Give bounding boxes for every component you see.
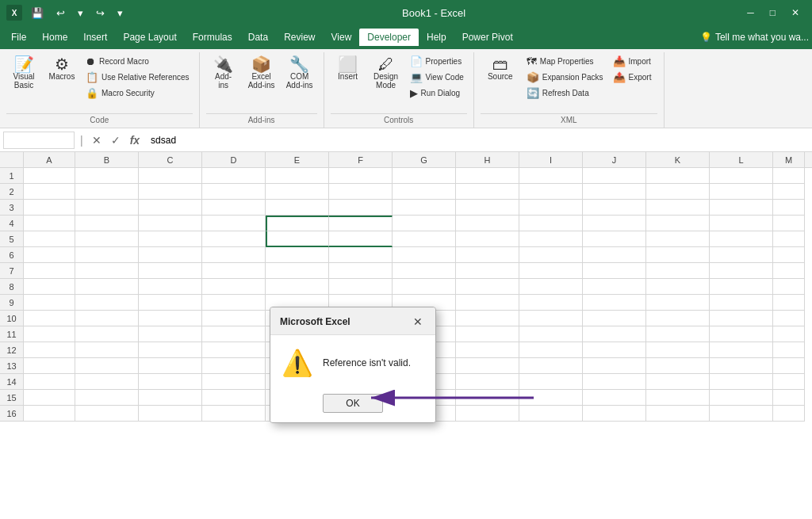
view-code-label: View Code — [426, 73, 464, 82]
source-icon: 🗃 — [492, 56, 508, 72]
dialog-body: ⚠️ Reference isn't valid. — [270, 335, 435, 387]
macros-icon: ⚙ — [55, 56, 69, 72]
map-properties-label: Map Properties — [540, 57, 594, 66]
run-dialog-icon: ▶ — [410, 87, 418, 99]
addins-group-label: Add-ins — [206, 113, 317, 128]
map-properties-button[interactable]: 🗺 Map Properties — [523, 54, 607, 69]
visual-basic-button[interactable]: 📝 VisualBasic — [6, 54, 41, 92]
close-button[interactable]: ✕ — [785, 7, 806, 18]
dialog-title: Microsoft Excel — [280, 316, 350, 327]
title-bar: X 💾 ↩ ▾ ↪ ▾ Book1 - Excel ─ □ ✕ — [0, 0, 812, 25]
dialog-footer: OK — [270, 387, 435, 422]
view-code-icon: 💻 — [410, 71, 423, 83]
dialog-box: Microsoft Excel ✕ ⚠️ Reference isn't val… — [270, 307, 436, 423]
menu-data[interactable]: Data — [240, 29, 276, 46]
maximize-button[interactable]: □ — [764, 7, 782, 18]
run-dialog-button[interactable]: ▶ Run Dialog — [407, 86, 467, 101]
expansion-packs-label: Expansion Packs — [542, 73, 603, 82]
dialog-titlebar: Microsoft Excel ✕ — [270, 307, 435, 335]
insert-controls-icon: ⬜ — [338, 56, 358, 72]
excel-icon: X — [6, 5, 22, 21]
properties-button[interactable]: 📄 Properties — [407, 54, 467, 69]
dialog-overlay: Microsoft Excel ✕ ⚠️ Reference isn't val… — [0, 152, 812, 519]
ribbon: 📝 VisualBasic ⚙ Macros ⏺ Record Macro 📋 … — [0, 49, 812, 128]
tell-me-text: Tell me what you wa... — [715, 32, 809, 43]
customize-qat[interactable]: ▾ — [113, 6, 127, 21]
minimize-button[interactable]: ─ — [741, 7, 760, 18]
source-label: Source — [488, 72, 513, 81]
formula-input[interactable] — [146, 133, 809, 147]
add-ins-label: Add-ins — [215, 72, 232, 90]
cancel-formula-button[interactable]: ✕ — [89, 134, 105, 147]
formula-bar: | ✕ ✓ fx — [0, 128, 812, 152]
relative-ref-icon: 📋 — [86, 71, 98, 83]
insert-controls-button[interactable]: ⬜ Insert — [331, 54, 366, 83]
expansion-packs-button[interactable]: 📦 Expansion Packs — [523, 70, 607, 85]
controls-group-label: Controls — [331, 113, 467, 128]
view-code-button[interactable]: 💻 View Code — [407, 70, 467, 85]
visual-basic-label: VisualBasic — [13, 72, 34, 90]
window-title: Book1 - Excel — [402, 7, 465, 19]
dialog-message: Reference isn't valid. — [323, 357, 411, 368]
insert-function-button[interactable]: fx — [127, 134, 143, 147]
export-button[interactable]: 📤 Export — [610, 70, 655, 85]
macros-button[interactable]: ⚙ Macros — [44, 54, 79, 83]
menu-review[interactable]: Review — [276, 29, 323, 46]
controls-group-content: ⬜ Insert 🖊 DesignMode 📄 Properties 💻 Vie… — [331, 54, 467, 110]
record-macro-icon: ⏺ — [86, 55, 96, 67]
name-box[interactable] — [3, 132, 75, 149]
ribbon-group-addins: 🔌 Add-ins 📦 ExcelAdd-ins 🔧 COMAdd-ins Ad… — [200, 52, 324, 128]
menu-home[interactable]: Home — [34, 29, 75, 46]
xml-small-buttons-left: 🗺 Map Properties 📦 Expansion Packs 🔄 Ref… — [523, 54, 607, 101]
dialog-ok-button[interactable]: OK — [323, 394, 382, 413]
menu-file[interactable]: File — [3, 29, 34, 46]
macro-security-label: Macro Security — [102, 89, 155, 97]
confirm-formula-button[interactable]: ✓ — [108, 134, 124, 147]
refresh-data-label: Refresh Data — [542, 89, 589, 97]
run-dialog-label: Run Dialog — [421, 89, 460, 97]
dialog-close-button[interactable]: ✕ — [410, 314, 426, 330]
undo-button[interactable]: ↩ — [52, 6, 69, 21]
com-add-ins-button[interactable]: 🔧 COMAdd-ins — [282, 54, 317, 92]
xml-group-label: XML — [481, 113, 657, 128]
menu-formulas[interactable]: Formulas — [185, 29, 240, 46]
tell-me-bar[interactable]: 💡 Tell me what you wa... — [700, 32, 809, 43]
properties-label: Properties — [426, 57, 462, 66]
add-ins-button[interactable]: 🔌 Add-ins — [206, 54, 241, 92]
export-icon: 📤 — [613, 71, 626, 83]
import-icon: 📥 — [613, 55, 626, 67]
menu-developer[interactable]: Developer — [359, 29, 419, 46]
menu-power-pivot[interactable]: Power Pivot — [454, 29, 521, 46]
use-relative-references-button[interactable]: 📋 Use Relative References — [82, 70, 193, 85]
menu-page-layout[interactable]: Page Layout — [115, 29, 184, 46]
macro-security-button[interactable]: 🔒 Macro Security — [82, 86, 193, 101]
code-group-label: Code — [6, 113, 193, 128]
map-properties-icon: 🗺 — [527, 55, 537, 67]
menu-bar: File Home Insert Page Layout Formulas Da… — [0, 25, 812, 49]
record-macro-label: Record Macro — [99, 57, 149, 66]
macros-label: Macros — [49, 72, 75, 81]
design-mode-label: DesignMode — [373, 72, 398, 90]
import-button[interactable]: 📥 Import — [610, 54, 655, 69]
redo-button[interactable]: ↪ — [92, 6, 109, 21]
menu-help[interactable]: Help — [419, 29, 454, 46]
excel-add-ins-button[interactable]: 📦 ExcelAdd-ins — [244, 54, 279, 92]
expansion-packs-icon: 📦 — [527, 71, 539, 83]
source-button[interactable]: 🗃 Source — [481, 54, 520, 83]
ribbon-group-code: 📝 VisualBasic ⚙ Macros ⏺ Record Macro 📋 … — [0, 52, 200, 128]
menu-view[interactable]: View — [324, 29, 360, 46]
refresh-data-button[interactable]: 🔄 Refresh Data — [523, 86, 607, 101]
insert-controls-label: Insert — [338, 72, 358, 81]
design-mode-button[interactable]: 🖊 DesignMode — [369, 54, 404, 92]
code-small-buttons: ⏺ Record Macro 📋 Use Relative References… — [82, 54, 193, 101]
controls-small-buttons: 📄 Properties 💻 View Code ▶ Run Dialog — [407, 54, 467, 101]
record-macro-button[interactable]: ⏺ Record Macro — [82, 54, 193, 69]
menu-insert[interactable]: Insert — [75, 29, 115, 46]
visual-basic-icon: 📝 — [14, 56, 34, 72]
undo-dropdown[interactable]: ▾ — [74, 6, 87, 21]
design-mode-icon: 🖊 — [378, 56, 394, 72]
save-button[interactable]: 💾 — [27, 6, 48, 21]
com-add-ins-label: COMAdd-ins — [286, 72, 313, 90]
refresh-data-icon: 🔄 — [527, 87, 539, 99]
export-label: Export — [629, 73, 652, 82]
